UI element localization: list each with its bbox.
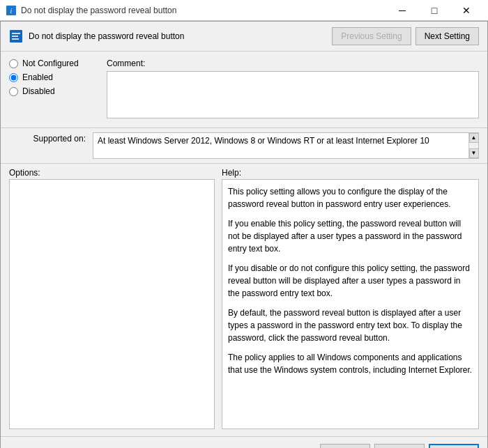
supported-value-container: At least Windows Server 2012, Windows 8 … — [93, 132, 479, 159]
help-paragraph: If you disable or do not configure this … — [228, 262, 473, 300]
comment-textarea[interactable] — [107, 71, 479, 118]
options-panel — [9, 179, 215, 429]
window-titlebar: i Do not display the password reveal but… — [0, 0, 488, 21]
supported-text: At least Windows Server 2012, Windows 8 … — [98, 136, 429, 146]
scroll-up-arrow[interactable]: ▲ — [469, 133, 479, 143]
window-controls: ─ □ ✕ — [386, 0, 482, 21]
ok-button[interactable]: OK — [320, 444, 370, 449]
supported-value: At least Windows Server 2012, Windows 8 … — [93, 132, 479, 159]
enabled-label: Enabled — [22, 72, 53, 82]
not-configured-option[interactable]: Not Configured — [9, 59, 100, 68]
next-setting-button[interactable]: Next Setting — [415, 27, 479, 45]
options-help-labels: Options: Help: — [1, 164, 487, 179]
dialog: Do not display the password reveal butto… — [0, 21, 488, 448]
close-button[interactable]: ✕ — [450, 0, 482, 21]
window-title-area: i Do not display the password reveal but… — [6, 5, 386, 16]
disabled-option[interactable]: Disabled — [9, 86, 100, 96]
help-paragraph: If you enable this policy setting, the p… — [228, 217, 473, 255]
not-configured-label: Not Configured — [22, 59, 79, 68]
enabled-option[interactable]: Enabled — [9, 72, 100, 82]
radio-group: Not Configured Enabled Disabled — [9, 59, 100, 121]
scroll-down-arrow[interactable]: ▼ — [469, 148, 479, 158]
help-paragraph: By default, the password reveal button i… — [228, 307, 473, 344]
help-paragraph: This policy setting allows you to config… — [228, 185, 473, 210]
dialog-header: Do not display the password reveal butto… — [1, 22, 487, 52]
svg-text:i: i — [10, 7, 13, 15]
help-paragraph: The policy applies to all Windows compon… — [228, 351, 473, 376]
svg-rect-3 — [12, 33, 20, 34]
dialog-header-title: Do not display the password reveal butto… — [29, 31, 184, 41]
disabled-radio[interactable] — [9, 87, 18, 96]
cancel-button[interactable]: Cancel — [374, 444, 425, 449]
config-section: Not Configured Enabled Disabled Comment: — [1, 52, 487, 128]
dialog-header-buttons: Previous Setting Next Setting — [332, 27, 479, 45]
help-section-label: Help: — [222, 168, 479, 178]
help-panel[interactable]: This policy setting allows you to config… — [222, 179, 479, 429]
svg-rect-4 — [12, 36, 18, 37]
previous-setting-button[interactable]: Previous Setting — [332, 27, 411, 45]
dialog-header-left: Do not display the password reveal butto… — [9, 29, 184, 43]
svg-rect-5 — [12, 38, 19, 40]
minimize-button[interactable]: ─ — [386, 0, 418, 21]
dialog-header-icon — [9, 29, 23, 43]
comment-label: Comment: — [107, 59, 479, 68]
window-icon: i — [6, 5, 17, 16]
supported-scrollbar[interactable]: ▲ ▼ — [468, 133, 478, 158]
comment-section: Comment: — [107, 59, 479, 121]
supported-label: Supported on: — [9, 132, 93, 144]
window-title-text: Do not display the password reveal butto… — [21, 6, 176, 15]
dialog-body: Not Configured Enabled Disabled Comment:… — [1, 52, 487, 436]
options-section-label: Options: — [9, 168, 222, 178]
panels-section: This policy setting allows you to config… — [1, 179, 487, 436]
dialog-footer: OK Cancel Apply — [1, 436, 487, 448]
supported-section: Supported on: At least Windows Server 20… — [1, 128, 487, 164]
enabled-radio[interactable] — [9, 73, 18, 82]
disabled-label: Disabled — [22, 86, 55, 96]
maximize-button[interactable]: □ — [418, 0, 450, 21]
not-configured-radio[interactable] — [9, 59, 18, 68]
apply-button[interactable]: Apply — [429, 444, 479, 449]
